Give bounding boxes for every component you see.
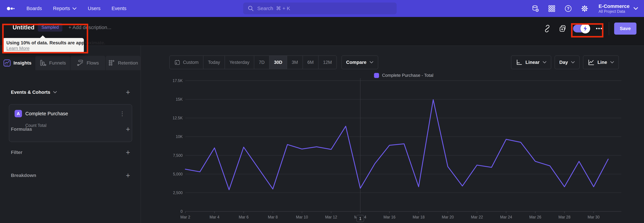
interval-dropdown[interactable]: Day [554,55,580,69]
range-today[interactable]: Today [203,56,224,69]
apps-grid-icon[interactable] [548,5,556,13]
insights-icon [3,59,11,67]
linear-scale-icon [516,59,522,66]
legend-swatch [374,73,379,78]
search-icon [247,5,254,12]
settings-gear-icon[interactable] [581,5,588,13]
range-6m[interactable]: 6M [302,56,318,69]
chart-type-dropdown[interactable]: Line [583,55,619,69]
more-menu-icon[interactable]: ••• [595,26,604,31]
chevron-down-icon [542,61,546,64]
lightning-bolt-icon [580,24,590,33]
tab-flows[interactable]: Flows [70,56,105,70]
tab-retention[interactable]: Retention [105,56,140,70]
save-button[interactable]: Save [614,23,636,35]
tooltip-message: Using 10% of data. Results are approxima… [6,40,80,46]
events-cohorts-header: Events & Cohorts + [11,87,130,97]
event-options-kebab-icon[interactable]: ⋮ [118,110,126,117]
global-search[interactable] [243,3,397,14]
report-title[interactable]: Untitled [12,24,34,31]
add-formula-button[interactable]: + [126,126,130,133]
nav-item-events[interactable]: Events [112,6,126,11]
chevron-down-icon [370,61,374,64]
filter-section: Filter + [11,148,130,157]
chart-display-controls: Linear Day Line [511,55,619,69]
project-scope: All Project Data [598,9,630,14]
project-selector[interactable]: E-Commerce All Project Data [598,3,638,14]
duplicate-icon[interactable] [558,24,567,33]
chevron-down-icon [571,61,575,64]
project-name: E-Commerce [598,3,630,10]
sampled-badge[interactable]: Sampled [38,23,62,32]
help-icon[interactable]: ? [564,5,572,13]
event-name[interactable]: Complete Purchase [25,111,68,117]
chart-legend[interactable]: Complete Purchase - Total [374,73,433,78]
nav-right-group: ? E-Commerce All Project Data [532,3,638,14]
range-custom[interactable]: Custom [170,56,203,69]
tab-label: Flows [86,60,99,66]
nav-item-boards[interactable]: Boards [26,6,42,11]
range-yesterday[interactable]: Yesterday [224,56,254,69]
range-12m[interactable]: 12M [318,56,336,69]
chart-controls: Custom Today Yesterday 7D 30D 3M 6M 12M … [170,55,619,69]
mixpanel-logo-icon[interactable] [7,5,17,12]
range-7d[interactable]: 7D [254,56,269,69]
learn-more-link[interactable]: Learn More [6,46,30,51]
sampling-toggle[interactable] [573,25,589,32]
line-chart-icon [588,59,594,66]
scale-dropdown[interactable]: Linear [511,55,551,69]
tab-label: Insights [14,60,31,66]
filter-label: Filter [11,150,22,155]
tab-insights[interactable]: Insights [0,56,35,70]
retention-icon [108,59,115,67]
formulas-label: Formulas [11,127,32,132]
sampling-tooltip: Using 10% of data. Results are approxima… [3,38,84,53]
tooltip-caret [40,36,46,38]
flows-icon [77,59,84,67]
formulas-section: Formulas + [11,125,130,134]
svg-text:?: ? [567,6,570,11]
add-description[interactable]: + Add description... [68,25,111,30]
chevron-down-icon [72,7,77,10]
chevron-down-icon [633,7,638,10]
tab-label: Retention [118,60,138,66]
annotation-number: 1 [359,216,362,221]
event-row-complete-purchase[interactable]: A Complete Purchase ⋮ Count Total [9,104,132,142]
report-type-tabs: Insights Funnels Flows [0,56,140,70]
data-management-icon[interactable] [532,5,539,13]
report-title-group: Untitled Sampled + Add description... [12,23,111,32]
add-breakdown-button[interactable]: + [126,172,130,179]
date-range-group: Custom Today Yesterday 7D 30D 3M 6M 12M [170,55,337,69]
tab-label: Funnels [49,60,66,66]
search-input[interactable] [257,6,392,11]
nav-item-users[interactable]: Users [88,6,100,11]
calendar-icon [174,59,180,65]
compare-dropdown[interactable]: Compare [342,55,378,69]
toolbar-divider [609,22,609,35]
link-icon[interactable] [543,24,552,33]
add-event-button[interactable]: + [126,88,130,96]
range-3m[interactable]: 3M [287,56,302,69]
chart-panel: Custom Today Yesterday 7D 30D 3M 6M 12M … [141,46,644,223]
add-filter-button[interactable]: + [126,149,130,156]
tab-funnels[interactable]: Funnels [35,56,70,70]
chevron-down-icon [610,61,614,64]
range-30d[interactable]: 30D [269,56,287,69]
query-builder-sidebar: Insights Funnels Flows [0,46,141,223]
top-nav: Boards Reports Users Events [0,0,644,17]
event-series-badge: A [14,110,22,117]
nav-item-reports[interactable]: Reports [53,6,77,11]
breakdown-section: Breakdown + [11,171,130,180]
funnels-icon [40,59,46,67]
breakdown-label: Breakdown [11,173,36,178]
events-cohorts-label[interactable]: Events & Cohorts [11,89,57,95]
chevron-down-icon [53,91,57,94]
annotation-chip[interactable]: 1 [356,215,364,222]
toolbar-actions: ••• Save [543,22,636,35]
legend-label: Complete Purchase - Total [382,73,433,78]
mixpanel-app: 02,5005,0007,50010K12.5K15K17.5KMar 2Mar… [0,0,644,223]
